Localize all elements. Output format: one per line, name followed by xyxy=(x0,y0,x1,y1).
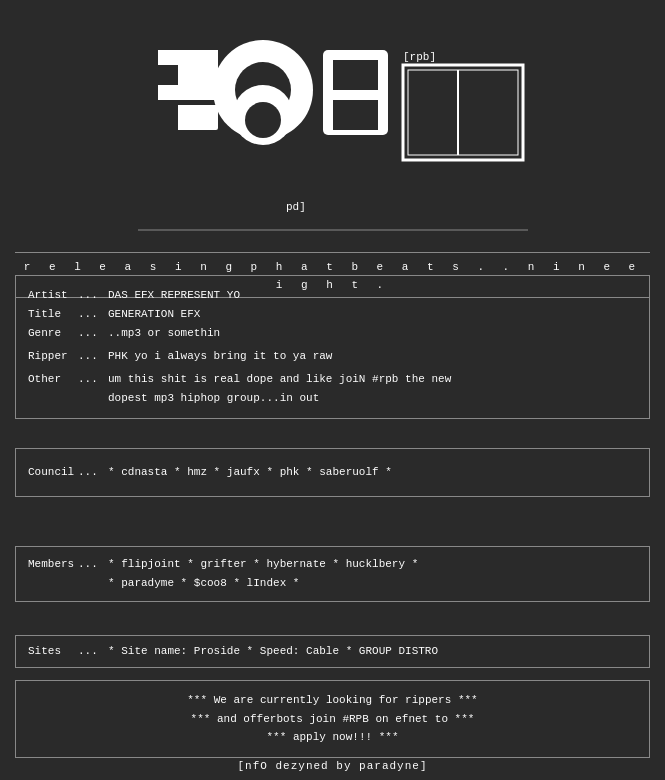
council-dots: ... xyxy=(78,463,108,482)
members-dots: ... xyxy=(78,555,108,574)
council-table: Council ... * cdnasta * hmz * jaufx * ph… xyxy=(28,463,637,482)
sites-row: Sites ... * Site name: Proside * Speed: … xyxy=(28,642,637,661)
members-row: Members ... * flipjoint * grifter * hybe… xyxy=(28,555,637,574)
members-line1: * flipjoint * grifter * hybernate * huck… xyxy=(108,555,637,574)
members-box: Members ... * flipjoint * grifter * hybe… xyxy=(15,546,650,602)
sites-table: Sites ... * Site name: Proside * Speed: … xyxy=(28,642,637,661)
svg-point-9 xyxy=(245,102,281,138)
council-box: Council ... * cdnasta * hmz * jaufx * ph… xyxy=(15,448,650,497)
artist-row: Artist ... DAS EFX REPRESENT YO xyxy=(28,286,637,305)
genre-label: Genre xyxy=(28,324,78,343)
genre-dots: ... xyxy=(78,324,108,343)
logo-area: [rpb] pd] xyxy=(128,20,538,250)
svg-text:pd]: pd] xyxy=(286,201,306,213)
title-row: Title ... GENERATION EFX xyxy=(28,305,637,324)
bottom-line3: *** apply now!!! *** xyxy=(28,728,637,747)
ripper-row: Ripper ... PHK yo i always bring it to y… xyxy=(28,347,637,366)
ripper-value: PHK yo i always bring it to ya raw xyxy=(108,347,637,366)
other-dots: ... xyxy=(78,370,108,389)
title-label: Title xyxy=(28,305,78,324)
council-label: Council xyxy=(28,463,78,482)
artist-label: Artist xyxy=(28,286,78,305)
bottom-line1: *** We are currently looking for rippers… xyxy=(28,691,637,710)
svg-rect-4 xyxy=(158,50,218,65)
info-box: Artist ... DAS EFX REPRESENT YO Title ..… xyxy=(15,275,650,419)
bottom-box: *** We are currently looking for rippers… xyxy=(15,680,650,758)
other-row2: dopest mp3 hiphop group...in out xyxy=(28,389,637,408)
members-line2: * paradyme * $coo8 * lIndex * xyxy=(108,574,637,593)
sites-box: Sites ... * Site name: Proside * Speed: … xyxy=(15,635,650,668)
sites-dots: ... xyxy=(78,642,108,661)
svg-rect-5 xyxy=(158,85,218,100)
footer: [nfO dezyned by paradyne] xyxy=(0,756,665,774)
logo-svg: [rpb] pd] xyxy=(128,20,538,250)
genre-row: Genre ... ..mp3 or somethin xyxy=(28,324,637,343)
bottom-line2: *** and offerbots join #RPB on efnet to … xyxy=(28,710,637,729)
main-container: [rpb] pd] r e l e a s i n g p h a t b e … xyxy=(0,0,665,780)
other-value: um this shit is real dope and like joiN … xyxy=(108,370,637,389)
svg-rect-12 xyxy=(333,100,378,130)
artist-dots: ... xyxy=(78,286,108,305)
members-row2: * paradyme * $coo8 * lIndex * xyxy=(28,574,637,593)
sites-value: * Site name: Proside * Speed: Cable * GR… xyxy=(108,642,637,661)
title-dots: ... xyxy=(78,305,108,324)
svg-text:[rpb]: [rpb] xyxy=(403,51,436,63)
other-value2: dopest mp3 hiphop group...in out xyxy=(108,389,637,408)
members-table: Members ... * flipjoint * grifter * hybe… xyxy=(28,555,637,593)
footer-text: [nfO dezyned by paradyne] xyxy=(237,760,427,772)
genre-value: ..mp3 or somethin xyxy=(108,324,637,343)
sites-label: Sites xyxy=(28,642,78,661)
members-label: Members xyxy=(28,555,78,574)
ripper-dots: ... xyxy=(78,347,108,366)
council-row: Council ... * cdnasta * hmz * jaufx * ph… xyxy=(28,463,637,482)
title-value: GENERATION EFX xyxy=(108,305,637,324)
other-label: Other xyxy=(28,370,78,389)
council-members: * cdnasta * hmz * jaufx * phk * saberuol… xyxy=(108,463,637,482)
info-table: Artist ... DAS EFX REPRESENT YO Title ..… xyxy=(28,286,637,408)
svg-rect-11 xyxy=(333,60,378,90)
header-section: [rpb] pd] xyxy=(0,0,665,270)
ripper-label: Ripper xyxy=(28,347,78,366)
artist-value: DAS EFX REPRESENT YO xyxy=(108,286,637,305)
other-row: Other ... um this shit is real dope and … xyxy=(28,370,637,389)
